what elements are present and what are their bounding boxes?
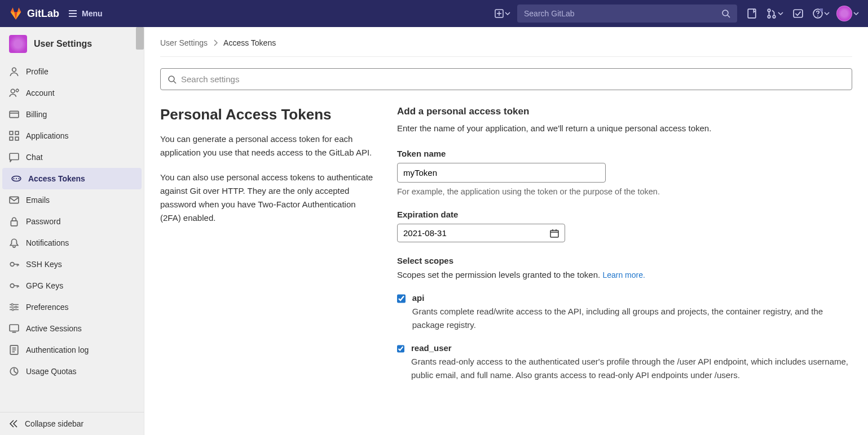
- menu-button[interactable]: Menu: [68, 9, 103, 18]
- user-menu[interactable]: [836, 6, 859, 21]
- settings-search-input[interactable]: [181, 74, 845, 84]
- search-icon: [168, 75, 177, 84]
- global-search[interactable]: [517, 5, 737, 23]
- intro-p2: You can also use personal access tokens …: [160, 171, 374, 225]
- calendar-icon: [550, 229, 559, 238]
- main-content: User Settings Access Tokens Personal Acc…: [144, 27, 868, 435]
- sidebar-item-preferences[interactable]: Preferences: [0, 296, 144, 318]
- gitlab-logo[interactable]: GitLab: [9, 7, 59, 20]
- sidebar-item-label: Applications: [26, 131, 69, 140]
- sidebar-item-label: Authentication log: [26, 345, 89, 354]
- svg-point-33: [169, 76, 174, 82]
- issues-button[interactable]: [744, 6, 760, 21]
- help-icon: [813, 8, 823, 19]
- sidebar-item-label: Preferences: [26, 303, 68, 312]
- sidebar-header[interactable]: User Settings: [0, 27, 144, 61]
- sidebar-item-access-tokens[interactable]: Access Tokens: [2, 168, 142, 189]
- scope-checkbox-read-user[interactable]: [397, 344, 404, 353]
- sidebar-item-label: Access Tokens: [28, 174, 85, 183]
- breadcrumb-current: Access Tokens: [223, 38, 276, 47]
- gitlab-logo-icon: [9, 7, 23, 20]
- sidebar-item-notifications[interactable]: Notifications: [0, 232, 144, 254]
- svg-point-9: [819, 8, 823, 12]
- svg-point-4: [768, 15, 770, 18]
- scope-item-api: api Grants complete read/write access to…: [397, 293, 852, 332]
- chevron-down-icon: [824, 11, 830, 16]
- svg-point-25: [10, 263, 14, 267]
- hamburger-icon: [68, 9, 77, 18]
- sidebar-item-profile[interactable]: Profile: [0, 61, 144, 82]
- scope-desc: Grants complete read/write access to the…: [412, 305, 852, 332]
- sidebar-item-ssh-keys[interactable]: SSH Keys: [0, 254, 144, 275]
- svg-rect-30: [10, 325, 19, 331]
- chevron-down-icon: [778, 11, 783, 16]
- svg-point-26: [10, 284, 14, 288]
- user-avatar-small: [9, 35, 27, 53]
- expiration-input[interactable]: [403, 228, 550, 238]
- brand-text: GitLab: [27, 8, 59, 20]
- sidebar-item-label: GPG Keys: [26, 281, 63, 290]
- settings-search[interactable]: [160, 68, 852, 90]
- svg-point-27: [11, 304, 13, 305]
- svg-point-21: [16, 178, 17, 179]
- sidebar-item-gpg-keys[interactable]: GPG Keys: [0, 275, 144, 296]
- token-name-label: Token name: [397, 149, 852, 158]
- sidebar-item-usage-quotas[interactable]: Usage Quotas: [0, 361, 144, 382]
- todos-button[interactable]: [790, 6, 806, 21]
- breadcrumb-root[interactable]: User Settings: [160, 38, 208, 47]
- billing-icon: [9, 109, 19, 119]
- scope-desc: Grants read-only access to the authentic…: [411, 355, 852, 382]
- svg-point-11: [11, 89, 15, 93]
- help-dropdown[interactable]: [813, 6, 830, 21]
- svg-rect-17: [15, 137, 19, 140]
- svg-point-28: [15, 306, 17, 308]
- token-name-input[interactable]: [397, 163, 606, 183]
- intro-p1: You can generate a personal access token…: [160, 132, 374, 159]
- svg-rect-2: [748, 9, 756, 18]
- chevron-right-icon: [213, 39, 218, 46]
- chevron-down-icon: [505, 11, 510, 16]
- expiration-input-wrap[interactable]: [397, 224, 565, 242]
- svg-rect-23: [10, 197, 19, 203]
- svg-point-5: [773, 15, 776, 18]
- sidebar-item-chat[interactable]: Chat: [0, 147, 144, 168]
- collapse-sidebar-button[interactable]: Collapse sidebar: [0, 412, 144, 435]
- profile-icon: [9, 66, 19, 77]
- svg-rect-18: [10, 153, 19, 159]
- sidebar-item-label: SSH Keys: [26, 260, 62, 269]
- issues-icon: [747, 8, 757, 19]
- sidebar-item-label: Profile: [26, 67, 49, 76]
- svg-rect-24: [11, 221, 17, 226]
- svg-point-10: [12, 68, 16, 72]
- applications-icon: [9, 131, 19, 141]
- sidebar-item-auth-log[interactable]: Authentication log: [0, 339, 144, 361]
- user-avatar: [836, 6, 852, 21]
- add-token-desc: Enter the name of your application, and …: [397, 122, 852, 135]
- sidebar: User Settings Profile Account Billing Ap…: [0, 27, 144, 435]
- merge-requests-dropdown[interactable]: [766, 6, 783, 21]
- svg-point-12: [16, 89, 19, 92]
- global-search-input[interactable]: [524, 9, 721, 18]
- svg-rect-16: [10, 137, 13, 140]
- sidebar-item-label: Emails: [26, 196, 50, 205]
- scope-checkbox-api[interactable]: [397, 294, 406, 303]
- scrollbar-thumb[interactable]: [136, 27, 144, 50]
- sidebar-item-emails[interactable]: Emails: [0, 189, 144, 211]
- svg-point-1: [722, 10, 728, 16]
- learn-more-link[interactable]: Learn more.: [602, 270, 645, 279]
- sidebar-item-applications[interactable]: Applications: [0, 125, 144, 147]
- svg-point-29: [12, 309, 14, 310]
- usage-quotas-icon: [9, 366, 19, 376]
- sidebar-item-account[interactable]: Account: [0, 82, 144, 104]
- sidebar-item-billing[interactable]: Billing: [0, 104, 144, 125]
- new-dropdown[interactable]: [495, 6, 510, 21]
- gpg-keys-icon: [9, 281, 19, 291]
- sidebar-item-label: Chat: [26, 153, 43, 162]
- sidebar-item-active-sessions[interactable]: Active Sessions: [0, 318, 144, 339]
- auth-log-icon: [9, 345, 19, 355]
- scopes-label: Select scopes: [397, 256, 852, 265]
- scope-name: api: [412, 293, 852, 303]
- preferences-icon: [9, 302, 19, 312]
- chevrons-left-icon: [9, 419, 18, 428]
- sidebar-item-password[interactable]: Password: [0, 211, 144, 232]
